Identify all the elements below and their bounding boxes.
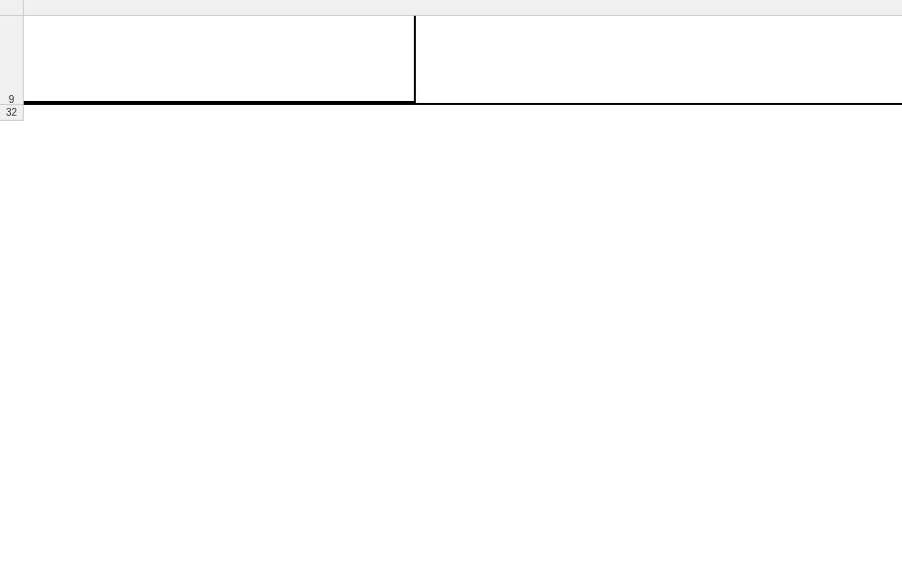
hdr-tasks[interactable] (57, 16, 156, 103)
hdr-lead[interactable] (156, 16, 194, 103)
hdr-start[interactable] (194, 16, 242, 103)
row-header-32[interactable]: 32 (0, 105, 24, 121)
hdr-end[interactable] (242, 16, 289, 103)
row-header-9[interactable]: 9 (0, 16, 24, 105)
spreadsheet: 9 32 (0, 0, 902, 121)
column-headers (0, 0, 902, 16)
hdr-wbs[interactable] (24, 16, 57, 103)
